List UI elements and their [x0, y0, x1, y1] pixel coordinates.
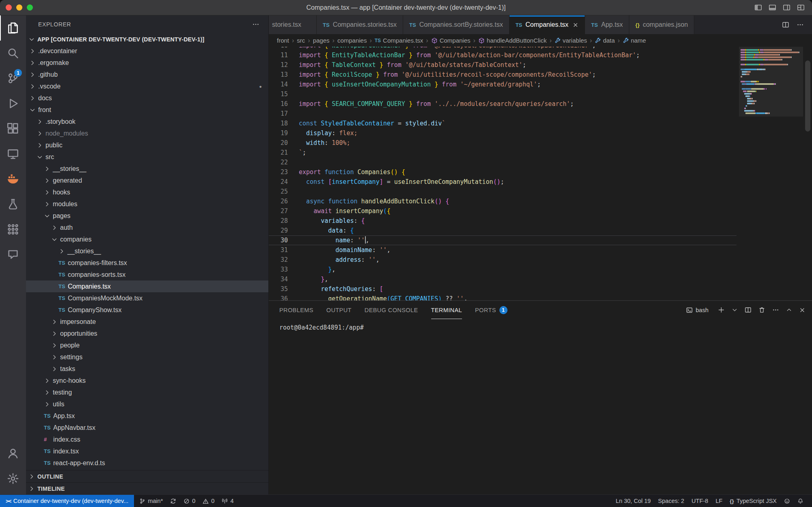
code-line-18[interactable]: 18const StyledTableContainer = styled.di… — [269, 119, 736, 128]
activity-bar-item-settings[interactable] — [0, 466, 26, 491]
activity-bar-item-search[interactable] — [0, 41, 26, 66]
breadcrumb-item-data[interactable]: data — [595, 37, 615, 44]
activity-bar-item-source-control[interactable]: 1 — [0, 66, 26, 91]
tree-item-companies-sorts-tsx[interactable]: TScompanies-sorts.tsx — [26, 269, 268, 280]
breadcrumb-item-name[interactable]: name — [623, 37, 646, 44]
panel-tab-ports[interactable]: PORTS1 — [475, 301, 508, 319]
tree-item-sync-hooks[interactable]: sync-hooks — [26, 375, 268, 386]
activity-bar-item-account[interactable] — [0, 441, 26, 466]
code-line-14[interactable]: 14import { useInsertOneCompanyMutation }… — [269, 80, 736, 89]
tree-item-auth[interactable]: auth — [26, 222, 268, 233]
panel-tab-problems[interactable]: PROBLEMS — [279, 301, 313, 319]
minimize-window-button[interactable] — [16, 4, 22, 11]
tab-stories-tsx[interactable]: stories.tsx — [269, 15, 317, 34]
code-line-11[interactable]: 11import { EntityTableActionBar } from '… — [269, 50, 736, 60]
zoom-window-button[interactable] — [27, 4, 33, 11]
tree-item-react-app-env-d-ts[interactable]: TSreact-app-env.d.ts — [26, 457, 268, 469]
breadcrumb-item-src[interactable]: src — [297, 37, 305, 44]
code-line-17[interactable]: 17 — [269, 109, 736, 119]
kill-terminal-icon[interactable] — [758, 306, 765, 313]
panel-tab-terminal[interactable]: TERMINAL — [431, 301, 462, 319]
activity-bar-item-test-beaker[interactable] — [0, 192, 26, 217]
code-line-30[interactable]: 30 name: '', — [269, 235, 736, 245]
tree-item-companies[interactable]: companies — [26, 233, 268, 245]
code-line-28[interactable]: 28 variables: { — [269, 216, 736, 226]
tree-item-people[interactable]: people — [26, 339, 268, 351]
section-timeline[interactable]: TIMELINE — [26, 482, 268, 494]
breadcrumb-item-companies[interactable]: Companies — [431, 37, 471, 44]
code-line-19[interactable]: 19 display: flex; — [269, 128, 736, 138]
breadcrumb-item-pages[interactable]: pages — [313, 37, 330, 44]
activity-bar-item-remote-explorer[interactable] — [0, 141, 26, 166]
tree-item-vscode[interactable]: .vscode● — [26, 80, 268, 92]
tree-item-utils[interactable]: utils — [26, 398, 268, 410]
breadcrumb-item-companies[interactable]: companies — [337, 37, 367, 44]
code-line-20[interactable]: 20 width: 100%; — [269, 138, 736, 148]
close-window-button[interactable] — [6, 4, 12, 11]
status-ports-forwarded[interactable]: 4 — [218, 495, 237, 507]
tree-item-settings[interactable]: settings — [26, 351, 268, 363]
minimap[interactable] — [741, 47, 802, 114]
code-line-23[interactable]: 23export function Companies() { — [269, 167, 736, 177]
tree-item-pages[interactable]: pages — [26, 210, 268, 222]
tree-item-index-tsx[interactable]: TSindex.tsx — [26, 445, 268, 457]
code-line-24[interactable]: 24 const [insertCompany] = useInsertOneC… — [269, 177, 736, 187]
code-line-25[interactable]: 25 — [269, 187, 736, 196]
tree-item-impersonate[interactable]: impersonate — [26, 316, 268, 328]
code-line-27[interactable]: 27 await insertCompany({ — [269, 206, 736, 216]
activity-bar-item-live-share[interactable] — [0, 242, 26, 267]
breadcrumb-item-handleaddbuttonclick[interactable]: handleAddButtonClick — [478, 37, 547, 44]
tree-item-src[interactable]: src — [26, 151, 268, 163]
editor-scrollbar[interactable] — [803, 47, 812, 300]
project-section-header[interactable]: APP [CONTAINER DEV-TWENTY-DEV (DEV-TWENT… — [26, 33, 268, 45]
panel-tab-debug-console[interactable]: DEBUG CONSOLE — [365, 301, 418, 319]
split-editor-icon[interactable] — [782, 21, 789, 28]
code-line-36[interactable]: 36 getOperationName(GET_COMPANIES) ?? ''… — [269, 294, 736, 300]
new-terminal-icon[interactable] — [718, 306, 725, 313]
terminal-dropdown-icon[interactable] — [732, 307, 738, 313]
tree-item-modules[interactable]: modules — [26, 198, 268, 210]
activity-bar-item-docker[interactable] — [0, 166, 26, 192]
tree-item-testing[interactable]: testing — [26, 386, 268, 398]
editor-scrollbar-thumb[interactable] — [805, 60, 810, 132]
tree-item-stories[interactable]: __stories__ — [26, 245, 268, 257]
status-indentation[interactable]: Spaces: 2 — [654, 495, 688, 507]
tab-companies-tsx[interactable]: TSCompanies.tsx — [510, 15, 585, 34]
tree-item-hooks[interactable]: hooks — [26, 186, 268, 198]
tree-item-companiesmockmode-tsx[interactable]: TSCompaniesMockMode.tsx — [26, 292, 268, 304]
code-line-34[interactable]: 34 }, — [269, 274, 736, 284]
split-terminal-icon[interactable] — [745, 306, 752, 313]
tab-companies-stories-tsx[interactable]: TSCompanies.stories.tsx — [317, 15, 403, 34]
customize-layout-icon[interactable] — [797, 4, 805, 11]
code-line-31[interactable]: 31 domainName: '', — [269, 245, 736, 255]
code-line-21[interactable]: 21`; — [269, 148, 736, 157]
tree-item-app-tsx[interactable]: TSApp.tsx — [26, 410, 268, 422]
tab-companies-sortby-stories-tsx[interactable]: TSCompanies.sortBy.stories.tsx — [403, 15, 510, 34]
code-line-16[interactable]: 16import { SEARCH_COMPANY_QUERY } from '… — [269, 99, 736, 109]
tree-item-opportunities[interactable]: opportunities — [26, 328, 268, 339]
tree-item-devcontainer[interactable]: .devcontainer — [26, 45, 268, 57]
tree-item-companies-tsx[interactable]: TSCompanies.tsx — [26, 280, 268, 292]
status-sync[interactable] — [166, 495, 180, 507]
tree-item-github[interactable]: .github — [26, 69, 268, 80]
editor-more-actions-icon[interactable] — [797, 21, 804, 28]
activity-bar-item-explorer[interactable] — [0, 15, 26, 41]
code-line-29[interactable]: 29 data: { — [269, 226, 736, 235]
code-line-26[interactable]: 26 async function handleAddButtonClick()… — [269, 196, 736, 206]
tree-item-tasks[interactable]: tasks — [26, 363, 268, 375]
status-remote[interactable]: ><Container dev-twenty-dev (dev-twenty-d… — [0, 495, 134, 507]
tree-item-companies-filters-tsx[interactable]: TScompanies-filters.tsx — [26, 257, 268, 269]
code-line-10[interactable]: 10import { WithTopBarContainer } from '@… — [269, 47, 736, 50]
maximize-panel-icon[interactable] — [786, 307, 792, 313]
tree-item-docs[interactable]: docs — [26, 92, 268, 104]
explorer-actions-icon[interactable] — [252, 21, 259, 28]
tree-item-front[interactable]: front — [26, 104, 268, 116]
activity-bar-item-app-grid[interactable] — [0, 217, 26, 242]
status-encoding[interactable]: UTF-8 — [688, 495, 712, 507]
code-line-13[interactable]: 13import { RecoilScope } from '@/ui/util… — [269, 70, 736, 80]
code-editor[interactable]: 10import { WithTopBarContainer } from '@… — [269, 47, 812, 300]
breadcrumb-item-companies-tsx[interactable]: TSCompanies.tsx — [375, 37, 423, 44]
status-feedback[interactable] — [780, 495, 794, 507]
tree-item-public[interactable]: public — [26, 139, 268, 151]
code-line-33[interactable]: 33 }, — [269, 265, 736, 274]
